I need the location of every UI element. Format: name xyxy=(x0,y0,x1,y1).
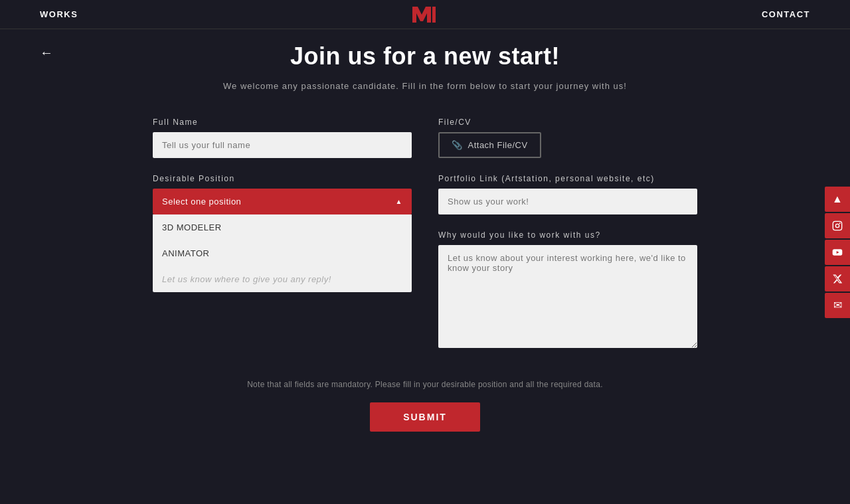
position-dropdown[interactable]: Select one position ▲ xyxy=(153,189,412,214)
file-cv-label: File/CV xyxy=(438,118,697,127)
back-button[interactable]: ← xyxy=(40,45,53,60)
artstation-icon[interactable]: ▲ xyxy=(825,187,850,212)
desirable-position-label: Desirable Position xyxy=(153,174,412,183)
email-icon[interactable]: ✉ xyxy=(825,293,850,318)
attach-btn-text: Attach File/CV xyxy=(468,140,528,150)
position-dropdown-wrapper: Select one position ▲ 3D MODELER ANIMATO… xyxy=(153,189,412,214)
svg-marker-2 xyxy=(432,7,436,9)
option-animator[interactable]: ANIMATOR xyxy=(153,240,412,266)
chevron-up-icon: ▲ xyxy=(396,198,402,205)
portfolio-label: Portfolio Link (Artstation, personal web… xyxy=(438,174,697,183)
full-name-input[interactable] xyxy=(153,132,412,158)
nav-works[interactable]: WORKS xyxy=(40,9,78,19)
svg-point-5 xyxy=(839,222,841,224)
main-content: Join us for a new start! We welcome any … xyxy=(126,29,724,471)
navbar: WORKS CONTACT xyxy=(0,0,850,29)
logo xyxy=(411,4,439,25)
svg-point-4 xyxy=(835,224,839,227)
page-subtitle: We welcome any passionate candidate. Fil… xyxy=(153,81,697,91)
instagram-icon[interactable] xyxy=(825,213,850,238)
portfolio-group: Portfolio Link (Artstation, personal web… xyxy=(438,174,697,214)
why-group: Why would you like to work with us? xyxy=(438,230,697,351)
svg-marker-0 xyxy=(412,7,431,23)
form-right: File/CV 📎 Attach File/CV Portfolio Link … xyxy=(438,118,697,367)
file-cv-group: File/CV 📎 Attach File/CV xyxy=(438,118,697,158)
dropdown-options-list: 3D MODELER ANIMATOR Let us know where to… xyxy=(153,214,412,292)
submit-wrapper: SUBMIT xyxy=(153,402,697,432)
paperclip-icon: 📎 xyxy=(452,140,463,150)
portfolio-input[interactable] xyxy=(438,189,697,214)
why-label: Why would you like to work with us? xyxy=(438,230,697,240)
nav-contact[interactable]: CONTACT xyxy=(762,9,810,19)
dropdown-selected-text: Select one position xyxy=(162,197,241,207)
full-name-label: Full Name xyxy=(153,118,412,127)
page-title: Join us for a new start! xyxy=(153,42,697,70)
attach-file-button[interactable]: 📎 Attach File/CV xyxy=(438,132,541,158)
mandatory-note: Note that all fields are mandatory. Plea… xyxy=(153,380,697,389)
submit-button[interactable]: SUBMIT xyxy=(370,402,480,432)
youtube-icon[interactable] xyxy=(825,240,850,265)
desirable-position-group: Desirable Position Select one position ▲… xyxy=(153,174,412,214)
option-3d-modeler[interactable]: 3D MODELER xyxy=(153,214,412,240)
option-email-placeholder: Let us know where to give you any reply! xyxy=(153,266,412,292)
full-name-group: Full Name xyxy=(153,118,412,158)
form-layout: Full Name Desirable Position Select one … xyxy=(153,118,697,367)
svg-rect-3 xyxy=(833,221,841,230)
form-left: Full Name Desirable Position Select one … xyxy=(153,118,412,367)
why-textarea[interactable] xyxy=(438,245,697,348)
social-sidebar: ▲ ✉ xyxy=(825,187,850,318)
twitter-icon[interactable] xyxy=(825,266,850,292)
